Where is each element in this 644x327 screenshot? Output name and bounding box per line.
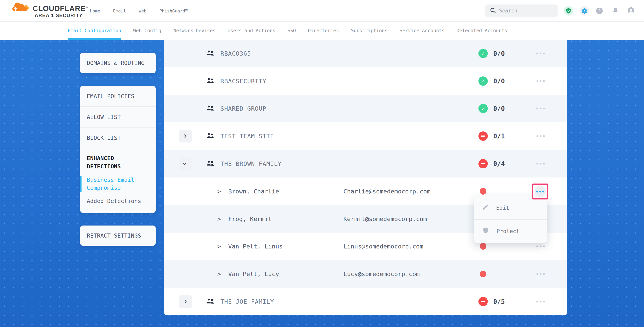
user-caret-icon: > (217, 243, 221, 250)
brand-subtitle: AREA 1 SECURITY (33, 12, 88, 18)
tab-sso[interactable]: SSO (287, 22, 296, 40)
menu-item-edit[interactable]: Edit (474, 196, 547, 219)
settings-button[interactable] (580, 0, 589, 22)
notifications-button[interactable] (612, 0, 619, 22)
status-blocked-dot (480, 243, 486, 250)
group-name: THE JOE FAMILY (220, 298, 274, 305)
user-email: Linus@somedemocorp.com (344, 243, 423, 250)
row-menu-button[interactable] (534, 106, 547, 111)
status-blocked-badge (478, 297, 488, 306)
sidebar-item-block-list[interactable]: BLOCK LIST (80, 128, 156, 148)
chevron-right-icon: › (184, 131, 187, 140)
row-menu-button[interactable] (534, 244, 547, 249)
protected-count: 0/1 (493, 132, 505, 140)
menu-item-protect[interactable]: Protect (474, 220, 547, 243)
group-people-icon (206, 298, 215, 306)
tab-web-config[interactable]: Web Config (133, 22, 162, 40)
app-root: CLOUDFLARE® AREA 1 SECURITY Home Email W… (0, 0, 644, 327)
tab-network-devices[interactable]: Network Devices (173, 22, 216, 40)
status-blocked-badge (478, 131, 488, 141)
table-row-group[interactable]: RBACSECURITY ✓ 0/0 (164, 67, 567, 95)
sidebar-card-domains-routing[interactable]: DOMAINS & ROUTING (80, 53, 156, 73)
row-menu-button[interactable] (534, 161, 547, 167)
sidebar-item-business-email-compromise[interactable]: Business Email Compromise (80, 176, 150, 192)
chevron-down-icon: › (181, 162, 189, 165)
status-blocked-dot (480, 188, 486, 195)
user-name: Van Pelt, Linus (228, 243, 283, 250)
row-menu-button[interactable] (534, 133, 547, 139)
user-caret-icon: > (217, 188, 221, 195)
groups-users-table: RBACO365 ✓ 0/0 RBACSECURITY ✓ 0/0 (164, 40, 567, 315)
group-people-icon (206, 160, 215, 168)
group-people-icon (206, 105, 215, 113)
top-nav-phishguard[interactable]: PhishGuard™ (159, 8, 188, 13)
search-input[interactable] (499, 8, 548, 13)
group-people-icon (206, 77, 215, 85)
expand-button[interactable]: › (179, 130, 192, 142)
user-email: Kermit@somedemocorp.com (344, 215, 427, 222)
tab-service-accounts[interactable]: Service Accounts (400, 22, 444, 40)
table-row-group[interactable]: › TEST TEAM SITE 0/1 (164, 122, 567, 150)
sidebar-card-retract-settings[interactable]: RETRACT SETTINGS (80, 226, 156, 246)
row-context-menu: Edit Protect (474, 196, 547, 243)
status-allowed-badge: ✓ (478, 104, 488, 113)
top-nav: Home Email Web PhishGuard™ (90, 0, 188, 22)
click-highlight-box (532, 184, 548, 199)
brand-title: CLOUDFLARE® (33, 3, 88, 12)
row-menu-button[interactable] (534, 299, 547, 305)
sidebar-item-retract-settings[interactable]: RETRACT SETTINGS (87, 232, 141, 239)
user-name: Brown, Charlie (228, 188, 279, 195)
protection-status-button[interactable] (564, 0, 573, 22)
table-row-group[interactable]: SHARED_GROUP ✓ 0/0 (164, 95, 567, 122)
help-button[interactable]: ? (596, 0, 603, 22)
table-row-group[interactable]: RBACO365 ✓ 0/0 (164, 40, 567, 67)
top-nav-web[interactable]: Web (139, 8, 146, 13)
tab-directories[interactable]: Directories (308, 22, 339, 40)
row-menu-button[interactable] (534, 78, 547, 84)
chevron-right-icon: › (184, 297, 187, 305)
group-name: RBACSECURITY (220, 78, 266, 85)
search-icon (490, 7, 496, 14)
collapse-button[interactable]: › (179, 157, 192, 170)
user-caret-icon: > (217, 215, 221, 222)
user-email: Charlie@somedemocorp.com (344, 188, 430, 195)
user-name: Frog, Kermit (228, 215, 272, 222)
header: CLOUDFLARE® AREA 1 SECURITY Home Email W… (0, 0, 644, 22)
user-email: Lucy@somedemocorp.com (344, 271, 420, 278)
tab-users-and-actions[interactable]: Users and Actions (228, 22, 276, 40)
tab-email-configuration[interactable]: Email Configuration (68, 22, 121, 40)
sidebar-item-domains-routing[interactable]: DOMAINS & ROUTING (87, 60, 144, 66)
top-nav-home[interactable]: Home (90, 8, 100, 13)
notifications-bell-icon (612, 7, 619, 14)
search-box[interactable] (485, 4, 558, 17)
group-people-icon (206, 49, 215, 57)
table-row-user[interactable]: > Van Pelt, Lucy Lucy@somedemocorp.com (164, 260, 567, 288)
protected-count: 0/0 (493, 105, 505, 112)
account-button[interactable] (627, 0, 635, 22)
protected-count: 0/5 (493, 298, 505, 306)
group-people-icon (206, 132, 215, 140)
expand-button[interactable]: › (179, 295, 192, 308)
table-row-group[interactable]: › THE BROWN FAMILY 0/4 (164, 150, 567, 178)
sidebar-item-added-detections[interactable]: Added Detections (87, 197, 150, 205)
sidebar-item-email-policies[interactable]: EMAIL POLICIES (80, 86, 156, 107)
protected-count: 0/0 (493, 49, 505, 57)
status-blocked-dot (480, 271, 486, 277)
trademark: ® (86, 6, 88, 9)
row-menu-button[interactable] (534, 50, 547, 56)
group-name: RBACO365 (220, 50, 251, 57)
shield-icon (482, 227, 489, 235)
tab-subscriptions[interactable]: Subscriptions (351, 22, 388, 40)
status-blocked-badge (478, 159, 488, 168)
sidebar-item-allow-list[interactable]: ALLOW LIST (80, 107, 156, 128)
table-row-group[interactable]: › THE JOE FAMILY 0/5 (164, 288, 567, 315)
sidebar-card-policies: EMAIL POLICIES ALLOW LIST BLOCK LIST ENH… (80, 86, 156, 213)
top-nav-email[interactable]: Email (113, 8, 126, 13)
shield-check-icon (564, 6, 573, 15)
cloudflare-cloud-icon (10, 1, 30, 18)
settings-gear-icon (580, 6, 589, 15)
group-name: THE BROWN FAMILY (220, 160, 282, 167)
tab-delegated-accounts[interactable]: Delegated Accounts (457, 22, 507, 40)
status-allowed-badge: ✓ (478, 49, 488, 58)
row-menu-button[interactable] (534, 271, 547, 277)
